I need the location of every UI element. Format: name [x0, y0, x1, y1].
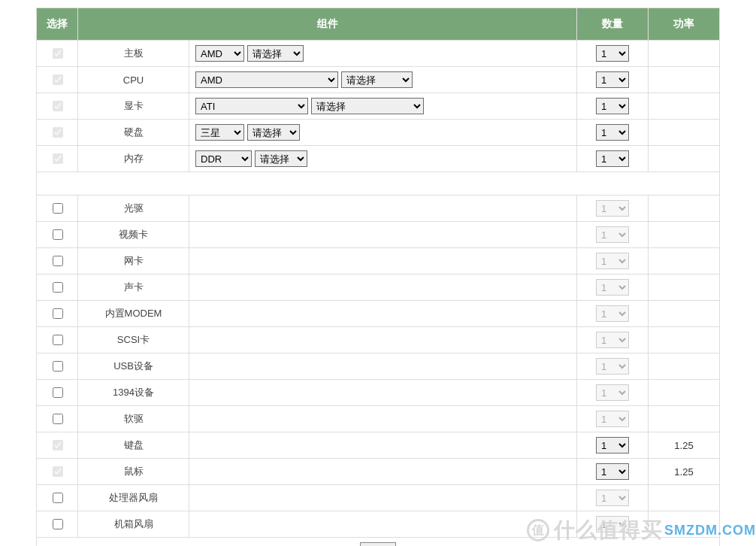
component-cell-fdd	[189, 406, 577, 432]
component-cell-kb	[189, 432, 577, 459]
component-cell-mb: AMD 请选择	[189, 41, 577, 67]
component-cell-odd	[189, 196, 577, 222]
model-select-mb[interactable]: 请选择	[247, 45, 304, 62]
row-usb: USB设备1	[37, 353, 720, 380]
power-snd	[649, 275, 720, 301]
row-scsi: SCSI卡1	[37, 327, 720, 353]
label-gpu: 显卡	[78, 93, 189, 120]
qty-select-casefan: 1	[596, 516, 629, 532]
qty-select-gpu[interactable]: 1	[596, 98, 629, 114]
row-casefan: 机箱风扇1	[37, 511, 720, 538]
select-checkbox-casefan[interactable]	[53, 519, 63, 529]
qty-select-ram[interactable]: 1	[596, 150, 629, 167]
select-checkbox-vcap[interactable]	[53, 229, 63, 240]
component-cell-scsi	[189, 327, 577, 353]
component-cell-1394	[189, 380, 577, 406]
power-mouse: 1.25	[649, 459, 720, 485]
label-casefan: 机箱风扇	[78, 511, 189, 538]
select-checkbox-modem[interactable]	[53, 308, 63, 319]
qty-select-nic: 1	[596, 253, 629, 269]
select-checkbox-hdd	[53, 127, 63, 138]
select-checkbox-kb	[53, 440, 63, 450]
select-checkbox-scsi[interactable]	[53, 335, 63, 345]
component-cell-usb	[189, 353, 577, 380]
label-vcap: 视频卡	[78, 222, 189, 248]
component-cell-mouse	[189, 459, 577, 485]
power-nic	[649, 248, 720, 275]
label-cpufan: 处理器风扇	[78, 485, 189, 511]
select-checkbox-mb	[53, 48, 63, 59]
component-cell-vcap	[189, 222, 577, 248]
power-scsi	[649, 327, 720, 353]
qty-select-scsi: 1	[596, 332, 629, 348]
component-cell-modem	[189, 301, 577, 327]
label-kb: 键盘	[78, 432, 189, 459]
label-1394: 1394设备	[78, 380, 189, 406]
brand-select-ram[interactable]: DDR	[195, 150, 252, 167]
label-hdd: 硬盘	[78, 120, 189, 146]
power-odd	[649, 196, 720, 222]
brand-select-cpu[interactable]: AMD	[195, 71, 338, 88]
label-nic: 网卡	[78, 248, 189, 275]
power-cpu	[649, 67, 720, 93]
row-odd: 光驱1	[37, 196, 720, 222]
model-select-gpu[interactable]: 请选择	[311, 98, 424, 114]
submit-button[interactable]: 提交	[360, 542, 396, 546]
select-checkbox-ram	[53, 153, 63, 164]
component-cell-cpu: AMD 请选择	[189, 67, 577, 93]
select-checkbox-nic[interactable]	[53, 256, 63, 266]
power-mb	[649, 41, 720, 67]
row-modem: 内置MODEM1	[37, 301, 720, 327]
select-checkbox-snd[interactable]	[53, 282, 63, 293]
section-spacer	[37, 172, 720, 196]
row-kb: 键盘11.25	[37, 432, 720, 459]
qty-select-cpu[interactable]: 1	[596, 71, 629, 88]
qty-select-1394: 1	[596, 384, 629, 401]
row-gpu: 显卡ATI 请选择1	[37, 93, 720, 120]
brand-select-gpu[interactable]: ATI	[195, 98, 308, 114]
component-cell-gpu: ATI 请选择	[189, 93, 577, 120]
power-vcap	[649, 222, 720, 248]
qty-select-cpufan: 1	[596, 490, 629, 506]
row-cpu: CPUAMD 请选择1	[37, 67, 720, 93]
header-component: 组件	[78, 8, 577, 41]
row-mouse: 鼠标11.25	[37, 459, 720, 485]
row-ram: 内存DDR 请选择1	[37, 146, 720, 172]
model-select-hdd[interactable]: 请选择	[247, 124, 300, 141]
header-power: 功率	[649, 8, 720, 41]
row-vcap: 视频卡1	[37, 222, 720, 248]
select-checkbox-cpufan[interactable]	[53, 493, 63, 503]
power-ram	[649, 146, 720, 172]
row-mb: 主板AMD 请选择1	[37, 41, 720, 67]
select-checkbox-fdd[interactable]	[53, 414, 63, 424]
qty-select-usb: 1	[596, 358, 629, 375]
model-select-ram[interactable]: 请选择	[255, 150, 307, 167]
qty-select-odd: 1	[596, 200, 629, 217]
brand-select-hdd[interactable]: 三星	[195, 124, 244, 141]
select-checkbox-odd[interactable]	[53, 203, 63, 214]
power-1394	[649, 380, 720, 406]
qty-select-fdd: 1	[596, 411, 629, 427]
row-fdd: 软驱1	[37, 406, 720, 432]
component-cell-casefan	[189, 511, 577, 538]
qty-select-mb[interactable]: 1	[596, 45, 629, 62]
label-ram: 内存	[78, 146, 189, 172]
label-odd: 光驱	[78, 196, 189, 222]
qty-select-kb[interactable]: 1	[596, 437, 629, 453]
label-fdd: 软驱	[78, 406, 189, 432]
power-kb: 1.25	[649, 432, 720, 459]
label-cpu: CPU	[78, 67, 189, 93]
component-cell-snd	[189, 275, 577, 301]
row-nic: 网卡1	[37, 248, 720, 275]
power-fdd	[649, 406, 720, 432]
qty-select-mouse[interactable]: 1	[596, 463, 629, 480]
row-snd: 声卡1	[37, 275, 720, 301]
select-checkbox-usb[interactable]	[53, 361, 63, 372]
row-hdd: 硬盘三星 请选择1	[37, 120, 720, 146]
brand-select-mb[interactable]: AMD	[195, 45, 244, 62]
select-checkbox-1394[interactable]	[53, 387, 63, 398]
qty-select-hdd[interactable]: 1	[596, 124, 629, 141]
model-select-cpu[interactable]: 请选择	[341, 71, 413, 88]
power-casefan	[649, 511, 720, 538]
power-modem	[649, 301, 720, 327]
